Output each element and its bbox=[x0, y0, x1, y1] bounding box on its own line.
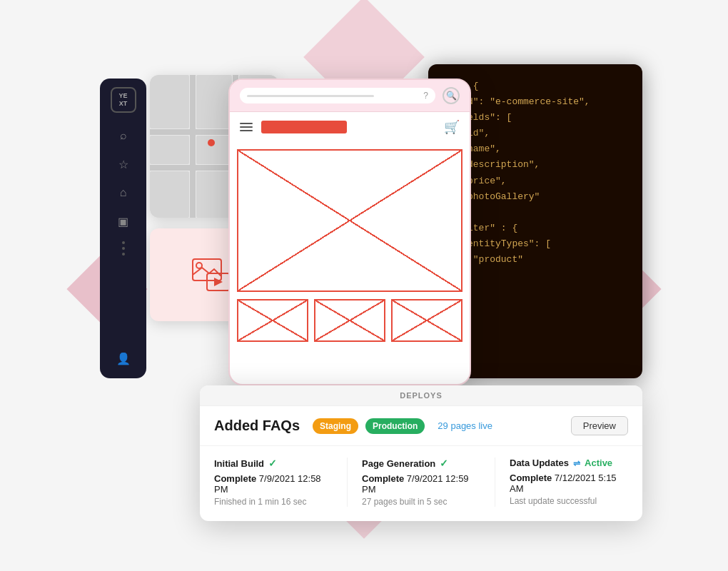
initial-build-status: Complete 7/9/2021 12:58 PM bbox=[214, 473, 333, 495]
page-generation-detail: 27 pages built in 5 sec bbox=[362, 497, 480, 507]
url-bar[interactable]: ? bbox=[240, 88, 435, 103]
deploys-header: DEPLOYS bbox=[200, 385, 642, 406]
sidebar-dots bbox=[122, 241, 125, 256]
deploy-col-page-generation: Page Generation ✓ Complete 7/9/2021 12:5… bbox=[348, 458, 495, 507]
url-bar-content bbox=[247, 95, 374, 97]
pages-live-count: 29 pages live bbox=[438, 420, 492, 431]
page-generation-status: Complete 7/9/2021 12:59 PM bbox=[362, 473, 480, 495]
wireframe-bottom-row bbox=[237, 299, 462, 342]
data-updates-title: Data Updates ⇌ Active bbox=[510, 458, 628, 468]
svg-rect-5 bbox=[196, 75, 232, 128]
sidebar-profile-icon[interactable]: 👤 bbox=[112, 347, 135, 370]
data-updates-detail: Last update successful bbox=[510, 496, 628, 506]
initial-build-check-icon: ✓ bbox=[268, 458, 277, 469]
deploy-col-data-updates: Data Updates ⇌ Active Complete 7/12/2021… bbox=[495, 458, 628, 507]
page-generation-check-icon: ✓ bbox=[440, 458, 448, 469]
staging-badge[interactable]: Staging bbox=[313, 418, 358, 434]
svg-rect-11 bbox=[196, 171, 232, 218]
data-updates-active-badge: Active bbox=[585, 458, 612, 468]
sidebar-logo: YEXT bbox=[111, 87, 136, 113]
browser-address-bar: ? 🔍 bbox=[230, 80, 470, 112]
deploy-title: Added FAQs bbox=[214, 418, 300, 434]
wireframe-product-1 bbox=[237, 299, 308, 342]
cart-icon[interactable]: 🛒 bbox=[444, 119, 460, 135]
sidebar-panel: YEXT ⌕ ☆ ⌂ ▣ 👤 bbox=[100, 79, 146, 378]
wireframe-hero-image bbox=[237, 149, 462, 292]
preview-button[interactable]: Preview bbox=[571, 416, 628, 435]
production-badge[interactable]: Production bbox=[365, 418, 425, 434]
initial-build-title: Initial Build ✓ bbox=[214, 458, 333, 469]
map-pin bbox=[208, 139, 215, 146]
browser-mockup: ? 🔍 🛒 bbox=[228, 79, 471, 385]
browser-nav: 🛒 bbox=[230, 112, 470, 142]
page-generation-title: Page Generation ✓ bbox=[362, 458, 480, 469]
initial-build-detail: Finished in 1 min 16 sec bbox=[214, 497, 333, 507]
deploys-columns: Initial Build ✓ Complete 7/9/2021 12:58 … bbox=[200, 446, 642, 521]
deploys-title-row: Added FAQs Staging Production 29 pages l… bbox=[200, 406, 642, 446]
nav-logo-bar bbox=[261, 121, 347, 133]
sidebar-search-icon[interactable]: ⌕ bbox=[112, 124, 135, 147]
browser-wireframe-content bbox=[230, 142, 470, 349]
deploy-col-initial-build: Initial Build ✓ Complete 7/9/2021 12:58 … bbox=[214, 458, 348, 507]
svg-rect-4 bbox=[150, 75, 189, 128]
data-updates-arrows-icon: ⇌ bbox=[573, 458, 580, 468]
browser-search-button[interactable]: 🔍 bbox=[443, 87, 460, 104]
svg-rect-10 bbox=[150, 171, 189, 218]
svg-rect-7 bbox=[150, 136, 189, 164]
sidebar-star-icon[interactable]: ☆ bbox=[112, 153, 135, 176]
wireframe-product-3 bbox=[391, 299, 462, 342]
hamburger-menu-icon[interactable] bbox=[240, 123, 253, 131]
sidebar-home-icon[interactable]: ⌂ bbox=[112, 181, 135, 204]
deploys-panel: DEPLOYS Added FAQs Staging Production 29… bbox=[200, 385, 642, 521]
scene: YEXT ⌕ ☆ ⌂ ▣ 👤 bbox=[86, 36, 642, 535]
data-updates-status: Complete 7/12/2021 5:15 AM bbox=[510, 473, 628, 494]
url-question-mark: ? bbox=[423, 91, 428, 101]
sidebar-pages-icon[interactable]: ▣ bbox=[112, 210, 135, 233]
wireframe-product-2 bbox=[314, 299, 385, 342]
